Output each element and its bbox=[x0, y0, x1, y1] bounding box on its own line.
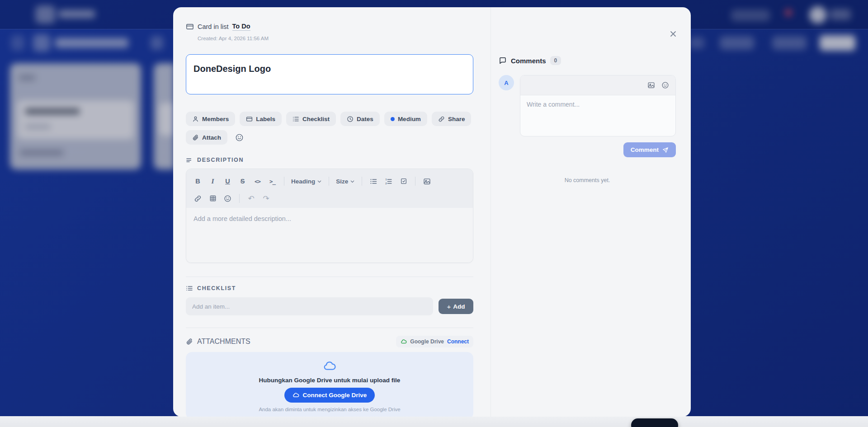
composer-toolbar bbox=[520, 75, 675, 95]
label-card-icon bbox=[246, 116, 253, 122]
cloud-icon-green bbox=[401, 338, 407, 345]
avatar: A bbox=[499, 75, 514, 90]
redo-button[interactable]: ↷ bbox=[259, 192, 273, 205]
toolbar-divider bbox=[362, 177, 362, 186]
insert-emoji-button[interactable] bbox=[221, 192, 235, 205]
align-left-icon bbox=[186, 156, 193, 164]
attachments-permission-note: Anda akan diminta untuk mengizinkan akse… bbox=[259, 407, 400, 412]
card-in-list-row: Card in list To Do bbox=[186, 23, 473, 31]
comment-submit-button[interactable]: Comment bbox=[623, 142, 676, 157]
dates-button[interactable]: Dates bbox=[340, 112, 380, 126]
comments-header: Comments 0 bbox=[499, 56, 676, 65]
card-detail-modal: Card in list To Do Created: Apr 4, 2026 … bbox=[173, 7, 691, 417]
check-list-button[interactable] bbox=[396, 174, 410, 188]
share-button[interactable]: Share bbox=[432, 112, 472, 126]
cloud-icon-white bbox=[292, 392, 299, 399]
undo-button[interactable]: ↶ bbox=[244, 192, 258, 205]
insert-table-button[interactable] bbox=[206, 192, 220, 205]
bottom-strip bbox=[0, 416, 868, 427]
created-timestamp: Created: Apr 4, 2026 11:56 AM bbox=[198, 36, 473, 41]
card-icon bbox=[186, 23, 194, 31]
code-block-button[interactable]: >_ bbox=[265, 174, 279, 188]
card-title-input[interactable]: DoneDesign Logo bbox=[186, 54, 473, 94]
comment-composer bbox=[520, 75, 676, 136]
image-icon bbox=[423, 178, 431, 185]
composer-emoji-button[interactable] bbox=[661, 81, 669, 89]
card-in-list-label: Card in list bbox=[198, 23, 229, 30]
checklist-add-button[interactable]: + Add bbox=[439, 299, 473, 314]
undo-icon: ↶ bbox=[248, 194, 254, 203]
redo-icon: ↷ bbox=[263, 194, 269, 203]
inline-code-button[interactable]: <> bbox=[250, 174, 264, 188]
toolbar-divider bbox=[239, 194, 240, 203]
attachments-empty-title: Hubungkan Google Drive untuk mulai uploa… bbox=[259, 377, 401, 384]
comment-input[interactable] bbox=[520, 95, 675, 136]
numbered-list-icon: 12 bbox=[385, 178, 392, 185]
toolbar-divider bbox=[284, 177, 284, 186]
insert-link-button[interactable] bbox=[191, 192, 205, 205]
italic-button[interactable]: I bbox=[206, 174, 220, 188]
attachments-section-header: ATTACHMENTS Google Drive Connect bbox=[186, 336, 473, 347]
drive-connect-link[interactable]: Connect bbox=[447, 338, 469, 345]
description-placeholder: Add a more detailed description... bbox=[193, 215, 291, 222]
toolbar-divider bbox=[329, 177, 329, 186]
smiley-icon bbox=[661, 81, 669, 89]
checklist-button[interactable]: Checklist bbox=[286, 112, 336, 126]
checklist-item-input[interactable] bbox=[186, 297, 433, 315]
checklist-icon bbox=[186, 285, 193, 292]
card-actions-row: Members Labels Checklist Dates bbox=[186, 112, 473, 126]
bullet-list-button[interactable] bbox=[367, 174, 381, 188]
labels-button[interactable]: Labels bbox=[240, 112, 282, 126]
description-textarea[interactable]: Add a more detailed description... bbox=[186, 208, 473, 263]
strikethrough-button[interactable]: S bbox=[236, 174, 250, 188]
description-editor: B I U S <> >_ Heading Size bbox=[186, 169, 473, 263]
numbered-list-button[interactable]: 12 bbox=[382, 174, 396, 188]
smiley-icon bbox=[224, 195, 231, 202]
underline-button[interactable]: U bbox=[221, 174, 235, 188]
list-name-link[interactable]: To Do bbox=[232, 23, 250, 31]
send-icon bbox=[662, 147, 669, 153]
comments-count-badge: 0 bbox=[550, 56, 561, 65]
bullet-list-icon bbox=[370, 178, 377, 185]
checklist-icon bbox=[292, 116, 299, 122]
google-drive-label: Google Drive bbox=[410, 338, 444, 345]
comments-empty-state: No comments yet. bbox=[499, 177, 676, 183]
description-section-header: DESCRIPTION bbox=[186, 156, 473, 164]
attachments-title-group: ATTACHMENTS bbox=[186, 338, 250, 346]
checklist-add-row: + Add bbox=[186, 297, 473, 315]
bold-button[interactable]: B bbox=[191, 174, 205, 188]
heading-dropdown[interactable]: Heading bbox=[289, 174, 324, 188]
svg-text:2: 2 bbox=[386, 182, 387, 184]
toolbar-divider bbox=[415, 177, 415, 186]
card-main-panel: Card in list To Do Created: Apr 4, 2026 … bbox=[173, 7, 491, 417]
bottom-dark-pill[interactable] bbox=[631, 418, 678, 427]
priority-dot-icon bbox=[391, 117, 395, 121]
google-drive-pill: Google Drive Connect bbox=[396, 336, 473, 347]
section-divider bbox=[186, 277, 473, 277]
smiley-icon bbox=[235, 133, 244, 142]
attach-button[interactable]: Attach bbox=[186, 130, 227, 145]
attachments-empty-state: Hubungkan Google Drive untuk mulai uploa… bbox=[186, 352, 473, 417]
comments-panel: Comments 0 A Comment bbox=[491, 7, 691, 417]
toolbar-row-1: B I U S <> >_ Heading Size bbox=[191, 173, 468, 190]
toolbar-row-2: ↶ ↷ bbox=[191, 190, 468, 207]
comment-bubble-icon bbox=[499, 56, 507, 65]
emoji-button[interactable] bbox=[232, 130, 246, 145]
chevron-down-icon bbox=[317, 179, 322, 184]
person-icon bbox=[192, 116, 199, 122]
checkbox-icon bbox=[400, 178, 407, 185]
checklist-section-header: CHECKLIST bbox=[186, 285, 473, 292]
chevron-down-icon bbox=[350, 179, 355, 184]
insert-image-button[interactable] bbox=[420, 174, 434, 188]
image-icon bbox=[647, 81, 655, 89]
size-dropdown[interactable]: Size bbox=[334, 174, 357, 188]
connect-google-drive-button[interactable]: Connect Google Drive bbox=[284, 388, 375, 403]
priority-button[interactable]: Medium bbox=[384, 112, 427, 126]
editor-toolbar: B I U S <> >_ Heading Size bbox=[186, 169, 473, 208]
composer-image-button[interactable] bbox=[647, 81, 655, 89]
members-button[interactable]: Members bbox=[186, 112, 235, 126]
comment-submit-row: Comment bbox=[499, 142, 676, 157]
paperclip-icon bbox=[192, 134, 199, 141]
section-divider bbox=[186, 328, 473, 328]
clock-icon bbox=[347, 116, 354, 122]
